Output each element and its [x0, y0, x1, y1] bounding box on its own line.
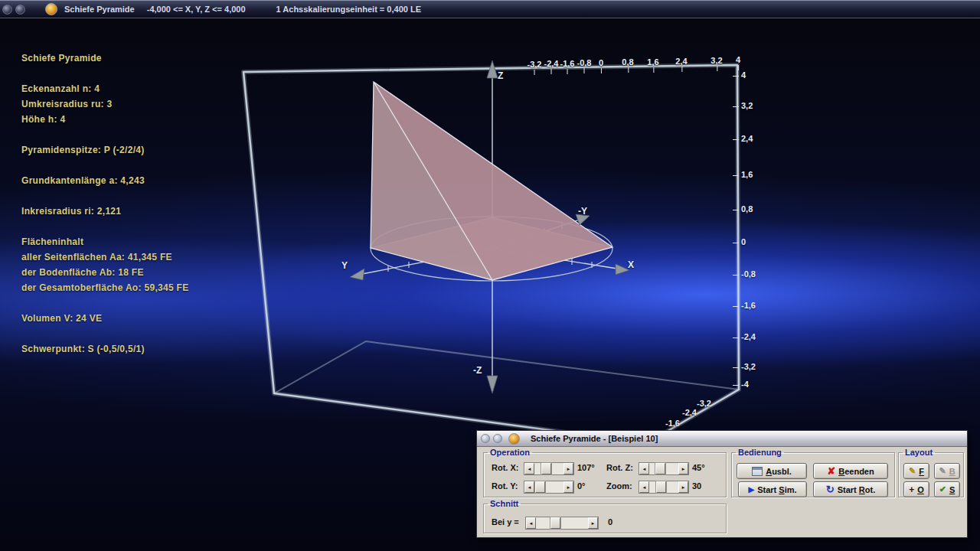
info-line	[21, 219, 189, 234]
window-control-icon[interactable]	[493, 434, 502, 443]
layout-o-label: O	[917, 485, 924, 494]
layout-b-button[interactable]: ✎ B	[934, 463, 960, 479]
slider-left-arrow-icon[interactable]: ◄	[524, 463, 534, 474]
ausblenden-button[interactable]: Ausbl.	[737, 463, 807, 479]
slider-track[interactable]	[534, 481, 564, 493]
window-control-icon[interactable]	[15, 5, 25, 15]
slider-track[interactable]	[649, 481, 678, 493]
slider-track[interactable]	[536, 517, 588, 529]
axis-unit-text: 1 Achsskalierungseinheit = 0,400 LE	[276, 5, 421, 14]
control-window-title: Schiefe Pyramide - [Beispiel 10]	[531, 434, 658, 443]
slider-right-arrow-icon[interactable]: ►	[678, 463, 688, 474]
zoom-slider[interactable]: ◄ ►	[639, 481, 689, 494]
group-layout-label: Layout	[903, 448, 935, 457]
info-line: Schwerpunkt: S (-0,5/0,5/1)	[21, 341, 189, 357]
group-operation-label: Operation	[488, 448, 532, 457]
info-line: aller Seitenflächen Aa: 41,345 FE	[21, 249, 189, 265]
axis-range-text: -4,000 <= X, Y, Z <= 4,000	[147, 5, 246, 14]
main-titlebar[interactable]: Schiefe Pyramide -4,000 <= X, Y, Z <= 4,…	[0, 0, 980, 18]
slider-thumb[interactable]	[655, 463, 665, 474]
slider-left-arrow-icon[interactable]: ◄	[639, 463, 649, 474]
group-schnitt: Schnitt Bei y = ◄ ► 0	[483, 499, 727, 533]
info-line	[21, 127, 189, 142]
rot-x-value: 107°	[577, 463, 595, 472]
slider-thumb[interactable]	[535, 481, 545, 493]
slider-left-arrow-icon[interactable]: ◄	[526, 517, 536, 529]
rot-z-value: 45°	[692, 463, 705, 472]
group-layout: Layout ✎ F ✎ B + O ✔ S	[898, 448, 964, 497]
zoom-label: Zoom:	[606, 481, 632, 491]
slider-right-arrow-icon[interactable]: ►	[588, 517, 598, 529]
group-operation: Operation Rot. X: ◄ ► 107° Rot. Z: ◄ ► 4…	[483, 448, 727, 497]
zoom-value: 30	[692, 481, 701, 491]
start-sim-button-label: Start Sim.	[757, 485, 796, 494]
info-line	[21, 188, 189, 204]
rotate-icon: ↻	[826, 484, 835, 494]
schnitt-y-value: 0	[608, 517, 612, 527]
window-control-icon[interactable]	[2, 5, 12, 15]
slider-left-arrow-icon[interactable]: ◄	[639, 481, 649, 493]
pencil-icon: ✎	[939, 467, 946, 475]
layout-b-label: B	[949, 467, 956, 476]
rot-x-slider[interactable]: ◄ ►	[524, 462, 574, 475]
window-hide-icon	[752, 467, 763, 476]
layout-s-button[interactable]: ✔ S	[934, 481, 960, 497]
slider-thumb[interactable]	[656, 481, 666, 493]
info-line: Umkreisradius ru: 3	[21, 96, 189, 112]
window-control-icon[interactable]	[481, 434, 490, 443]
app-logo-icon	[45, 3, 57, 15]
info-line: der Bodenfläche Ab: 18 FE	[21, 265, 189, 280]
start-sim-button[interactable]: ▶ Start Sim.	[738, 481, 807, 497]
rot-z-label: Rot. Z:	[606, 463, 633, 472]
control-window-body: Operation Rot. X: ◄ ► 107° Rot. Z: ◄ ► 4…	[477, 447, 967, 537]
schnitt-y-label: Bei y =	[492, 517, 519, 527]
beenden-button-label: Beenden	[838, 467, 874, 476]
control-window-titlebar[interactable]: Schiefe Pyramide - [Beispiel 10]	[477, 431, 967, 447]
info-line: Volumen V: 24 VE	[21, 311, 189, 326]
info-line: Grundkantenlänge a: 4,243	[21, 173, 189, 188]
start-rot-button-label: Start Rot.	[838, 485, 876, 494]
rot-y-slider[interactable]: ◄ ►	[524, 481, 574, 494]
window-title: Schiefe Pyramide	[64, 5, 135, 14]
control-window: Schiefe Pyramide - [Beispiel 10] Operati…	[476, 430, 968, 538]
rot-x-label: Rot. X:	[492, 463, 518, 472]
info-line	[21, 66, 189, 81]
rot-y-value: 0°	[577, 481, 586, 491]
pyramid	[371, 82, 612, 280]
close-x-icon: ✘	[827, 466, 835, 476]
rot-y-label: Rot. Y:	[492, 481, 518, 491]
slider-track[interactable]	[649, 463, 678, 474]
info-line	[21, 295, 189, 311]
play-icon: ▶	[748, 486, 754, 494]
slider-track[interactable]	[534, 463, 564, 474]
info-line: Eckenanzahl n: 4	[21, 81, 189, 96]
start-rot-button[interactable]: ↻ Start Rot.	[813, 481, 888, 497]
slider-right-arrow-icon[interactable]: ►	[564, 463, 573, 474]
slider-thumb[interactable]	[541, 463, 551, 474]
layout-o-button[interactable]: + O	[903, 481, 929, 497]
slider-thumb[interactable]	[550, 517, 560, 529]
application-window: Schiefe Pyramide -4,000 <= X, Y, Z <= 4,…	[0, 0, 980, 551]
layout-f-label: F	[919, 467, 924, 476]
info-panel: Schiefe Pyramide Eckenanzahl n: 4Umkreis…	[21, 51, 189, 357]
info-line: Schiefe Pyramide	[21, 51, 189, 66]
app-logo-icon	[508, 433, 520, 445]
rot-z-slider[interactable]: ◄ ►	[639, 462, 689, 475]
info-line: Höhe h: 4	[21, 112, 189, 127]
slider-right-arrow-icon[interactable]: ►	[678, 481, 688, 493]
group-schnitt-label: Schnitt	[488, 499, 521, 508]
layout-f-button[interactable]: ✎ F	[903, 463, 929, 479]
group-bedienung-label: Bedienung	[736, 448, 784, 457]
plus-icon: +	[909, 485, 914, 494]
schnitt-y-slider[interactable]: ◄ ►	[525, 517, 599, 530]
info-line: Pyramidenspitze: P (-2/2/4)	[21, 142, 189, 158]
ausblenden-button-label: Ausbl.	[766, 467, 792, 476]
slider-left-arrow-icon[interactable]: ◄	[524, 481, 534, 493]
slider-right-arrow-icon[interactable]: ►	[564, 481, 573, 493]
info-line	[21, 326, 189, 341]
info-line: Flächeninhalt	[21, 234, 189, 249]
beenden-button[interactable]: ✘ Beenden	[813, 463, 888, 479]
check-icon: ✔	[939, 485, 946, 494]
info-line	[21, 158, 189, 173]
layout-s-label: S	[949, 485, 955, 494]
